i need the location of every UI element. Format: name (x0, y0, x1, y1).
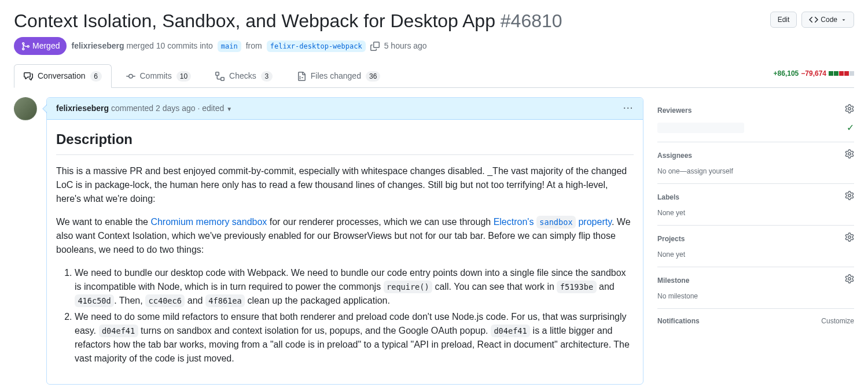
pr-title: Context Isolation, Sandbox, and Webpack … (14, 9, 761, 32)
commit-ref[interactable]: 4f861ea (205, 294, 245, 307)
caret-down-icon[interactable]: ▼ (226, 106, 232, 112)
merge-time: 5 hours ago (384, 40, 427, 52)
gear-icon[interactable] (845, 274, 854, 286)
customize-link[interactable]: Customize (821, 316, 854, 326)
gear-icon[interactable] (845, 233, 854, 245)
code-button[interactable]: Code (801, 12, 854, 28)
description-heading: Description (56, 129, 634, 155)
base-branch[interactable]: main (218, 40, 241, 52)
list-item: We need to bundle our desktop code with … (75, 266, 634, 308)
reviewer-placeholder (657, 123, 744, 133)
tab-commits[interactable]: Commits 10 (116, 64, 201, 87)
tab-files[interactable]: Files changed 36 (287, 64, 391, 87)
comment-meta: felixrieseberg commented 2 days ago · ed… (56, 102, 232, 115)
avatar[interactable] (14, 97, 37, 120)
tab-conversation[interactable]: Conversation 6 (14, 64, 112, 88)
state-badge: Merged (14, 37, 67, 55)
gear-icon[interactable] (845, 191, 854, 203)
commit-ref[interactable]: d04ef41 (491, 324, 530, 337)
author-link[interactable]: felixrieseberg (71, 41, 124, 50)
merge-icon (21, 42, 30, 51)
edit-button[interactable]: Edit (770, 12, 797, 28)
kebab-icon[interactable]: ··· (623, 102, 634, 115)
check-icon: ✓ (847, 121, 854, 135)
comment-body: Description This is a massive PR and bes… (47, 120, 643, 384)
code-icon (809, 15, 818, 24)
reviewers-header[interactable]: Reviewers (657, 104, 854, 116)
diffstat: +86,105 −79,674 (774, 68, 854, 83)
gear-icon[interactable] (845, 104, 854, 116)
pr-number: #46810 (501, 10, 562, 31)
milestone-header[interactable]: Milestone (657, 274, 854, 286)
commit-ref[interactable]: d04ef41 (99, 324, 138, 337)
notifications-title: Notifications (657, 316, 700, 326)
comment-time[interactable]: 2 days ago (156, 104, 196, 113)
projects-header[interactable]: Projects (657, 233, 854, 245)
copy-icon[interactable] (370, 42, 380, 51)
comment-author[interactable]: felixrieseberg (56, 104, 109, 113)
merge-info: felixrieseberg merged 10 commits into (71, 40, 212, 52)
head-branch[interactable]: felixr-desktop-webpack (267, 40, 366, 52)
caret-down-icon (841, 17, 847, 23)
link-chromium-sandbox[interactable]: Chromium memory sandbox (150, 217, 267, 227)
labels-header[interactable]: Labels (657, 191, 854, 203)
commit-ref[interactable]: cc40ec6 (145, 294, 185, 307)
assign-yourself-link[interactable]: assign yourself (687, 167, 733, 175)
commit-ref[interactable]: 416c50d (75, 294, 114, 307)
tab-checks[interactable]: Checks 3 (205, 64, 282, 87)
link-electron-sandbox[interactable]: Electron's sandbox property (494, 217, 612, 227)
assignees-header[interactable]: Assignees (657, 149, 854, 161)
gear-icon[interactable] (845, 149, 854, 161)
commit-ref[interactable]: f5193be (557, 281, 596, 293)
list-item: We need to do some mild refactors to ens… (75, 310, 634, 366)
